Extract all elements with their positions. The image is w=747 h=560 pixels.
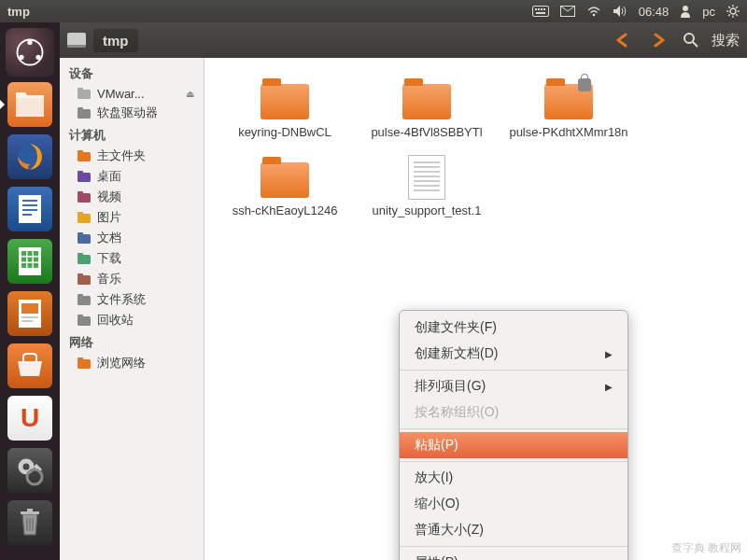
svg-rect-61 [78, 214, 91, 223]
svg-rect-65 [78, 255, 91, 264]
svg-rect-54 [78, 107, 83, 110]
launcher-settings[interactable] [6, 446, 54, 495]
sidebar-item[interactable]: 视频 [60, 187, 204, 207]
desktop-icon [77, 169, 92, 184]
context-menu-separator [400, 461, 627, 462]
sidebar-item-label: 文件系统 [97, 291, 146, 308]
file-item[interactable]: unity_support_test.1 [358, 151, 496, 222]
downloads-icon [77, 251, 92, 266]
launcher-files[interactable] [6, 80, 54, 129]
launcher-firefox[interactable] [6, 133, 54, 181]
svg-rect-3 [541, 8, 543, 10]
clock[interactable]: 06:48 [639, 5, 669, 19]
sidebar-item-label: 浏览网络 [97, 355, 146, 371]
context-menu-item[interactable]: 创建新文档(D)▶ [400, 341, 627, 367]
launcher-impress[interactable] [6, 289, 54, 338]
svg-line-50 [693, 42, 698, 47]
sidebar-item[interactable]: 浏览网络 [60, 353, 204, 373]
svg-rect-68 [78, 273, 83, 276]
svg-point-43 [27, 469, 42, 484]
svg-rect-57 [78, 173, 91, 182]
context-menu-item[interactable]: 粘贴(P) [400, 432, 627, 458]
sound-indicator-icon[interactable] [613, 5, 627, 18]
user-name[interactable]: pc [702, 5, 715, 19]
context-menu-item[interactable]: 缩小(O) [400, 491, 627, 517]
context-menu-item[interactable]: 创建文件夹(F) [400, 315, 627, 341]
svg-line-14 [728, 7, 730, 8]
svg-rect-69 [78, 296, 91, 305]
context-menu-separator [400, 370, 627, 371]
forward-button[interactable] [644, 27, 670, 53]
svg-rect-2 [538, 8, 540, 10]
launcher-trash[interactable] [6, 498, 54, 547]
launcher-calc[interactable] [6, 237, 54, 286]
svg-rect-33 [28, 258, 33, 262]
sidebar-item[interactable]: 桌面 [60, 166, 204, 187]
svg-rect-36 [28, 263, 33, 268]
context-menu-separator [400, 546, 627, 547]
sidebar-item[interactable]: 文档 [60, 228, 204, 248]
svg-point-19 [27, 40, 32, 45]
context-menu-item[interactable]: 普通大小(Z) [400, 517, 627, 543]
trash-icon [77, 313, 92, 328]
launcher-writer[interactable] [6, 185, 54, 233]
sidebar: 设备 VMwar...⏏软盘驱动器 计算机 主文件夹桌面视频图片文档下载音乐文件… [60, 58, 204, 560]
sidebar-item-label: 下载 [97, 250, 121, 267]
context-menu-item[interactable]: 属性(P) [400, 550, 627, 560]
file-item[interactable]: pulse-4BfVl8SBBYTl [358, 73, 496, 144]
sidebar-item[interactable]: 主文件夹 [60, 146, 204, 166]
mail-indicator-icon[interactable] [560, 6, 575, 17]
sidebar-header-network: 网络 [60, 330, 204, 353]
svg-rect-27 [22, 214, 32, 216]
path-bar[interactable]: tmp [93, 29, 138, 52]
context-menu-item[interactable]: 排列项目(G)▶ [400, 373, 627, 399]
context-menu-label: 创建文件夹(F) [415, 319, 497, 336]
sidebar-item-label: 主文件夹 [97, 147, 146, 164]
launcher-ubuntu-one[interactable]: U [6, 394, 54, 442]
sidebar-header-computer: 计算机 [60, 123, 204, 146]
sidebar-item[interactable]: 软盘驱动器 [60, 103, 204, 123]
sidebar-item[interactable]: 回收站 [60, 310, 204, 330]
file-item[interactable]: pulse-PKdhtXMmr18n [500, 73, 638, 144]
svg-rect-52 [78, 88, 83, 91]
svg-rect-44 [21, 511, 39, 514]
folder-icon [259, 77, 311, 121]
network-indicator-icon[interactable] [586, 5, 601, 18]
svg-rect-51 [78, 90, 91, 99]
sidebar-header-devices: 设备 [60, 62, 204, 84]
svg-rect-25 [22, 204, 37, 206]
user-indicator-icon[interactable] [680, 5, 691, 18]
context-menu-item[interactable]: 放大(I) [400, 465, 627, 491]
top-panel: tmp 06:48 pc [0, 0, 747, 22]
sidebar-item[interactable]: VMwar...⏏ [60, 84, 204, 103]
eject-icon[interactable]: ⏏ [186, 89, 194, 99]
sidebar-item[interactable]: 下载 [60, 248, 204, 269]
documents-icon [77, 231, 92, 245]
back-button[interactable] [611, 27, 637, 53]
keyboard-indicator-icon[interactable] [532, 6, 549, 17]
submenu-arrow-icon: ▶ [605, 382, 613, 392]
file-label: ssh-cKhEaoyL1246 [233, 203, 338, 218]
svg-rect-26 [22, 209, 37, 211]
dash-button[interactable] [6, 28, 54, 77]
svg-point-20 [19, 55, 23, 60]
svg-rect-31 [34, 251, 38, 256]
document-icon [401, 155, 453, 200]
search-button[interactable] [678, 27, 704, 53]
filesystem-icon [77, 292, 92, 307]
folder-icon [401, 77, 453, 121]
disc-icon [77, 86, 92, 101]
sidebar-item-label: 桌面 [97, 168, 121, 185]
sidebar-item[interactable]: 图片 [60, 207, 204, 228]
launcher: U [0, 22, 60, 560]
window-title: tmp [7, 5, 532, 19]
search-label[interactable]: 搜索 [712, 32, 740, 49]
file-item[interactable]: keyring-DNBwCL [216, 73, 354, 144]
launcher-software-center[interactable] [6, 342, 54, 390]
system-indicator-icon[interactable] [726, 5, 740, 18]
sidebar-item[interactable]: 文件系统 [60, 289, 204, 310]
file-item[interactable]: ssh-cKhEaoyL1246 [216, 151, 354, 222]
svg-rect-62 [78, 212, 83, 215]
sidebar-item[interactable]: 音乐 [60, 269, 204, 289]
indicator-area: 06:48 pc [532, 5, 740, 19]
